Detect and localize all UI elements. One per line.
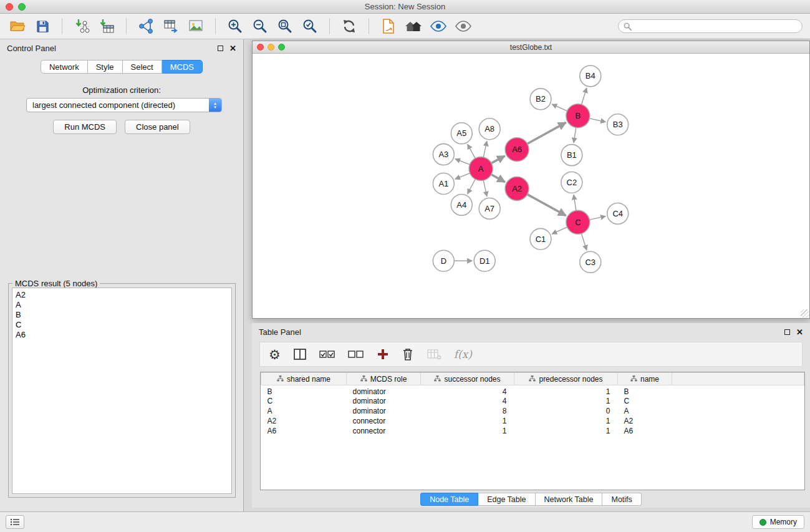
export-table-button[interactable] bbox=[160, 16, 182, 36]
table-row[interactable]: Adominator80A bbox=[261, 406, 804, 416]
graph-node-C4[interactable]: C4 bbox=[607, 203, 629, 224]
graph-edge-A6-B[interactable] bbox=[528, 122, 566, 143]
node-table[interactable]: shared nameMCDS rolesuccessor nodesprede… bbox=[260, 372, 805, 490]
task-history-button[interactable] bbox=[6, 515, 24, 529]
graph-edge-C-C1[interactable] bbox=[552, 227, 567, 234]
optimization-criterion-dropdown[interactable]: largest connected component (directed) ▲… bbox=[26, 98, 222, 112]
graph-node-B[interactable]: B bbox=[566, 104, 590, 128]
delete-table-button-disabled[interactable] bbox=[427, 348, 441, 360]
zoom-fit-button[interactable] bbox=[274, 16, 296, 36]
select-all-button[interactable] bbox=[319, 349, 335, 360]
graph-edge-A-A4[interactable] bbox=[468, 179, 476, 194]
zoom-window-button[interactable] bbox=[18, 3, 26, 11]
zoom-out-button[interactable] bbox=[249, 16, 271, 36]
add-column-button[interactable] bbox=[377, 348, 389, 360]
import-table-button[interactable] bbox=[95, 16, 118, 36]
mcds-result-item[interactable]: A bbox=[16, 300, 228, 310]
network-zoom-button[interactable] bbox=[278, 44, 285, 51]
table-settings-button[interactable]: ⚙ bbox=[269, 348, 281, 361]
zoom-in-button[interactable] bbox=[224, 16, 246, 36]
open-recent-file-button[interactable] bbox=[377, 16, 400, 36]
close-panel-button[interactable]: Close panel bbox=[125, 120, 190, 134]
graph-node-A4[interactable]: A4 bbox=[451, 194, 472, 215]
close-window-button[interactable] bbox=[6, 3, 13, 11]
graph-edge-C-C2[interactable] bbox=[574, 195, 576, 210]
function-builder-button[interactable]: f(x) bbox=[454, 348, 472, 360]
tab-edge-table[interactable]: Edge Table bbox=[478, 493, 535, 506]
graph-edge-A-A5[interactable] bbox=[468, 144, 475, 158]
network-overview-button[interactable] bbox=[402, 16, 425, 36]
graph-edge-B-B1[interactable] bbox=[574, 127, 576, 142]
column-header-name[interactable]: name bbox=[618, 373, 672, 385]
graph-edge-B-B2[interactable] bbox=[552, 104, 567, 111]
graph-edge-A-A1[interactable] bbox=[455, 173, 470, 179]
memory-button[interactable]: Memory bbox=[752, 515, 804, 529]
zoom-selected-button[interactable] bbox=[299, 16, 321, 36]
birds-eye-view-button[interactable] bbox=[452, 16, 475, 36]
tab-select[interactable]: Select bbox=[123, 60, 162, 74]
network-graph[interactable]: B4B2BB3A5A8A6B1A3AC2A1A2A4A7C1CC4C3DD1 bbox=[253, 54, 809, 318]
graph-node-B1[interactable]: B1 bbox=[561, 145, 582, 166]
graph-node-A[interactable]: A bbox=[469, 157, 493, 181]
mcds-result-list[interactable]: A2ABCA6 bbox=[12, 288, 232, 494]
network-close-button[interactable] bbox=[257, 44, 264, 51]
float-panel-icon[interactable] bbox=[784, 329, 790, 335]
tab-style[interactable]: Style bbox=[88, 60, 123, 74]
graph-node-C3[interactable]: C3 bbox=[580, 251, 601, 273]
mcds-result-item[interactable]: A2 bbox=[16, 290, 228, 300]
table-row[interactable]: Bdominator41B bbox=[261, 385, 804, 397]
graph-edge-A-A3[interactable] bbox=[455, 159, 470, 165]
graph-node-A8[interactable]: A8 bbox=[479, 118, 500, 140]
graph-edge-C-C3[interactable] bbox=[581, 233, 586, 250]
graph-node-A2[interactable]: A2 bbox=[505, 177, 529, 201]
float-panel-icon[interactable] bbox=[218, 46, 223, 51]
table-row[interactable]: A6connector11A6 bbox=[261, 426, 804, 436]
graph-node-A7[interactable]: A7 bbox=[479, 198, 500, 219]
export-image-button[interactable] bbox=[185, 16, 207, 36]
column-header-predecessor-nodes[interactable]: predecessor nodes bbox=[514, 373, 618, 385]
close-panel-icon[interactable]: ✕ bbox=[796, 328, 803, 336]
save-session-button[interactable] bbox=[31, 16, 54, 36]
graph-node-B3[interactable]: B3 bbox=[607, 114, 629, 135]
open-session-button[interactable] bbox=[6, 16, 29, 36]
graph-node-A6[interactable]: A6 bbox=[505, 138, 529, 162]
graph-node-B4[interactable]: B4 bbox=[580, 65, 601, 87]
show-graphics-details-button[interactable] bbox=[427, 16, 450, 36]
graph-node-A1[interactable]: A1 bbox=[433, 173, 454, 195]
graph-edge-A-A7[interactable] bbox=[483, 180, 487, 196]
tab-node-table[interactable]: Node Table bbox=[420, 493, 478, 506]
graph-edge-A2-C[interactable] bbox=[528, 195, 566, 216]
graph-edge-C-C4[interactable] bbox=[589, 216, 605, 220]
graph-node-A5[interactable]: A5 bbox=[451, 123, 472, 144]
column-header-shared-name[interactable]: shared name bbox=[261, 373, 347, 385]
mcds-result-item[interactable]: C bbox=[16, 320, 228, 330]
close-panel-icon[interactable]: ✕ bbox=[229, 44, 236, 52]
resize-grip[interactable] bbox=[801, 309, 809, 317]
column-header-mcds-role[interactable]: MCDS role bbox=[347, 373, 421, 385]
tab-motifs[interactable]: Motifs bbox=[602, 493, 641, 506]
graph-node-D1[interactable]: D1 bbox=[474, 250, 495, 271]
tab-network[interactable]: Network bbox=[41, 60, 88, 74]
search-input[interactable] bbox=[635, 22, 797, 31]
delete-column-button[interactable] bbox=[402, 347, 414, 361]
network-canvas[interactable]: B4B2BB3A5A8A6B1A3AC2A1A2A4A7C1CC4C3DD1 bbox=[253, 54, 809, 318]
run-mcds-button[interactable]: Run MCDS bbox=[53, 120, 117, 134]
graph-node-B2[interactable]: B2 bbox=[530, 89, 551, 110]
mcds-result-item[interactable]: B bbox=[16, 310, 228, 320]
graph-edge-B-B3[interactable] bbox=[589, 118, 605, 122]
new-network-button[interactable] bbox=[135, 16, 157, 36]
column-header-successor-nodes[interactable]: successor nodes bbox=[421, 373, 514, 385]
network-minimize-button[interactable] bbox=[268, 44, 274, 51]
import-network-button[interactable] bbox=[70, 16, 93, 36]
table-row[interactable]: A2connector11A2 bbox=[261, 416, 804, 426]
deselect-all-button[interactable] bbox=[348, 349, 364, 360]
tab-network-table[interactable]: Network Table bbox=[536, 493, 603, 506]
graph-edge-B-B4[interactable] bbox=[581, 88, 586, 105]
graph-node-D[interactable]: D bbox=[433, 250, 454, 271]
table-row[interactable]: Cdominator41C bbox=[261, 396, 804, 406]
graph-node-C[interactable]: C bbox=[566, 210, 590, 234]
graph-edge-A-A8[interactable] bbox=[483, 141, 487, 157]
graph-node-A3[interactable]: A3 bbox=[433, 144, 454, 165]
graph-node-C1[interactable]: C1 bbox=[530, 228, 551, 249]
graph-edge-A-A2[interactable] bbox=[491, 175, 505, 182]
